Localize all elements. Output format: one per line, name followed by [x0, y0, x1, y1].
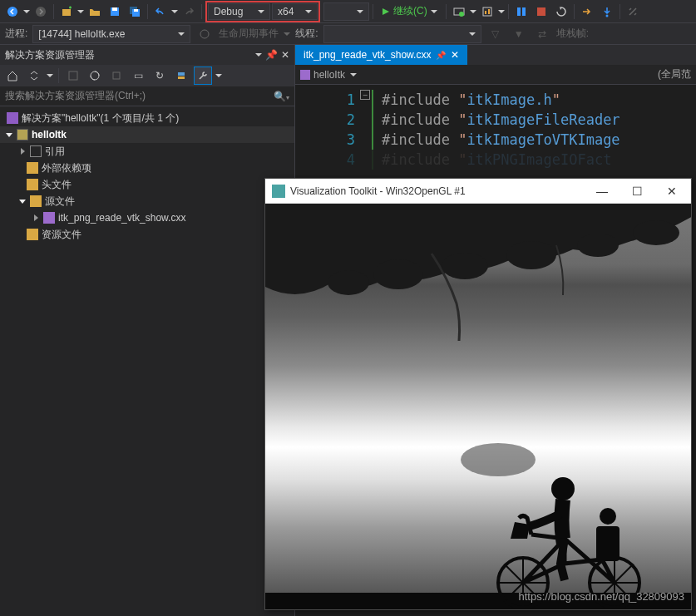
diagnostic-dropdown[interactable] [498, 10, 505, 13]
line-number: 2 [295, 110, 355, 130]
cpp-icon [43, 212, 55, 224]
resources-node[interactable]: 资源文件 [0, 226, 294, 243]
platform-dropdown[interactable]: x64 [272, 3, 318, 20]
svg-rect-2 [62, 9, 71, 16]
popup-title: Visualization Toolkit - Win32OpenGL #1 [290, 185, 466, 197]
project-node[interactable]: helloItk [0, 126, 294, 143]
context-right-label[interactable]: (全局范 [658, 67, 691, 81]
external-deps-label: 外部依赖项 [42, 161, 91, 175]
properties-icon[interactable] [194, 67, 212, 85]
svg-point-25 [506, 241, 556, 269]
tree-silhouette [265, 204, 691, 345]
platform-value: x64 [278, 6, 294, 17]
project-label: helloItk [32, 129, 67, 140]
disconnect-button[interactable] [624, 2, 642, 21]
sync-icon[interactable] [86, 67, 104, 85]
expand-icon[interactable] [18, 148, 27, 155]
vtk-output-window[interactable]: Visualization Toolkit - Win32OpenGL #1 —… [264, 178, 692, 610]
tab-label: itk_png_reade_vtk_show.cxx [304, 49, 431, 61]
external-deps-node[interactable]: 外部依赖项 [0, 160, 294, 176]
search-icon[interactable]: 🔍▾ [274, 91, 289, 102]
fold-icon[interactable]: − [360, 90, 370, 100]
debug-target-dropdown[interactable] [470, 10, 476, 13]
process-dropdown[interactable]: [14744] helloItk.exe [32, 25, 190, 43]
minimize-button[interactable]: — [590, 183, 615, 200]
tab-close-icon[interactable]: ✕ [451, 49, 459, 61]
continue-button[interactable]: 继续(C) [377, 4, 442, 18]
process-label: 进程: [5, 27, 27, 41]
tab-pin-icon[interactable]: 📌 [436, 51, 446, 60]
debug-target-button[interactable] [450, 2, 468, 21]
svg-rect-10 [483, 7, 491, 16]
lifecycle-label: 生命周期事件 [219, 27, 279, 41]
pin-icon[interactable]: 📌 [265, 49, 278, 61]
switch-view-icon[interactable] [25, 67, 43, 85]
restart-button[interactable] [552, 2, 570, 21]
home-icon[interactable] [3, 67, 22, 85]
redo-button[interactable] [180, 2, 198, 21]
svg-point-24 [442, 253, 488, 279]
undo-button[interactable] [151, 2, 170, 21]
source-file-node[interactable]: itk_png_reade_vtk_show.cxx [0, 209, 294, 226]
line-number: 4 [295, 150, 355, 170]
editor-tab[interactable]: itk_png_reade_vtk_show.cxx 📌 ✕ [295, 45, 467, 65]
svg-point-1 [36, 7, 46, 17]
config-highlight-box: Debug x64 [205, 1, 320, 22]
new-project-button[interactable] [57, 2, 76, 21]
flag-icon: ▼ [510, 25, 528, 43]
main-toolbar: Debug x64 继续(C) [0, 0, 696, 23]
context-scope-chevron[interactable] [350, 73, 357, 76]
collapse-all-icon[interactable] [107, 67, 126, 85]
pending-changes-icon[interactable] [64, 67, 82, 85]
close-icon[interactable]: ✕ [281, 49, 289, 61]
nav-back-dropdown[interactable] [23, 10, 30, 13]
expand-icon[interactable] [32, 214, 40, 221]
solution-search[interactable]: 搜索解决方案资源管理器(Ctrl+;) 🔍▾ [0, 86, 294, 106]
nav-forward-button[interactable] [32, 2, 50, 21]
panel-options-dropdown[interactable] [255, 53, 262, 57]
open-button[interactable] [86, 2, 104, 21]
svg-rect-4 [112, 7, 117, 11]
show-all-files-icon[interactable]: ▭ [129, 67, 147, 85]
step-into-button[interactable] [598, 2, 616, 21]
context-scope-dropdown[interactable]: helloItk [300, 69, 345, 81]
save-button[interactable] [106, 2, 124, 21]
lifecycle-dropdown[interactable] [284, 32, 290, 36]
folder-icon [27, 162, 38, 174]
vtk-render-canvas[interactable]: https://blog.csdn.net/qq_32809093 [265, 204, 691, 609]
undo-dropdown[interactable] [171, 10, 178, 13]
svg-rect-11 [485, 11, 486, 14]
svg-point-0 [7, 7, 17, 17]
editor-tabs: itk_png_reade_vtk_show.cxx 📌 ✕ [295, 45, 696, 65]
references-node[interactable]: 引用 [0, 143, 294, 160]
new-project-dropdown[interactable] [77, 10, 84, 13]
expand-icon[interactable] [5, 133, 13, 137]
expand-icon[interactable] [18, 200, 27, 204]
config-dropdown[interactable]: Debug [208, 3, 270, 20]
maximize-button[interactable]: ☐ [624, 183, 649, 200]
nav-back-button[interactable] [3, 2, 22, 21]
thread-dropdown[interactable] [323, 25, 481, 43]
sources-node[interactable]: 源文件 [0, 193, 294, 209]
switch-view-dropdown[interactable] [47, 74, 53, 77]
editor-context-bar: helloItk (全局范 [295, 65, 696, 85]
folder-icon [27, 229, 38, 240]
headers-label: 头文件 [42, 178, 72, 192]
stackframe-label: 堆栈帧: [556, 27, 589, 41]
svg-point-42 [600, 508, 616, 525]
popup-titlebar[interactable]: Visualization Toolkit - Win32OpenGL #1 —… [265, 179, 691, 204]
solution-node[interactable]: 解决方案"helloItk"(1 个项目/共 1 个) [0, 110, 294, 126]
launch-target-dropdown[interactable] [323, 2, 369, 21]
show-next-statement-button[interactable] [578, 2, 596, 21]
refresh-view-icon[interactable]: ↻ [151, 67, 169, 85]
properties-dropdown[interactable] [215, 74, 222, 77]
class-view-icon[interactable] [172, 67, 190, 85]
headers-node[interactable]: 头文件 [0, 176, 294, 193]
close-button[interactable]: ✕ [659, 183, 684, 200]
save-all-button[interactable] [126, 2, 144, 21]
pause-button[interactable] [512, 2, 531, 21]
stop-button[interactable] [532, 2, 550, 21]
thread-label: 线程: [295, 27, 318, 41]
solution-panel-title: 解决方案资源管理器 [5, 48, 95, 62]
diagnostic-button[interactable] [478, 2, 496, 21]
